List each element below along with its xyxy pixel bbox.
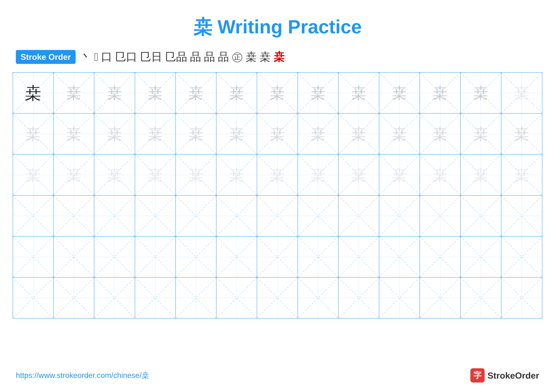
cell-3-6[interactable]: 桒 [216,155,257,195]
cell-2-7[interactable]: 桒 [257,114,298,154]
svg-line-120 [339,236,379,277]
svg-line-87 [176,196,216,236]
cell-6-10[interactable] [379,278,420,318]
cell-2-6[interactable]: 桒 [216,114,257,154]
cell-1-6[interactable]: 桒 [216,73,257,113]
svg-line-146 [339,278,379,318]
cell-6-12[interactable] [461,278,501,318]
cell-2-8[interactable]: 桒 [298,114,339,154]
cell-5-10[interactable] [379,236,420,277]
svg-line-101 [461,196,501,236]
cell-3-11[interactable]: 桒 [420,155,460,195]
cell-4-8[interactable] [298,196,339,236]
svg-line-138 [176,278,216,318]
cell-4-10[interactable] [379,196,420,236]
grid-row-1: 桒 桒 桒 桒 桒 桒 桒 桒 [13,73,542,114]
cell-3-2[interactable]: 桒 [54,155,94,195]
cell-5-1[interactable] [13,236,54,277]
cell-1-7[interactable]: 桒 [257,73,298,113]
cell-4-7[interactable] [257,196,298,236]
cell-4-6[interactable] [216,196,257,236]
cell-6-9[interactable] [339,278,379,318]
svg-line-131 [13,278,53,318]
cell-2-9[interactable]: 桒 [339,114,379,154]
cell-1-9[interactable]: 桒 [339,73,379,113]
cell-1-4[interactable]: 桒 [135,73,176,113]
cell-5-5[interactable] [176,236,216,277]
cell-3-5[interactable]: 桒 [176,155,216,195]
svg-line-114 [216,236,257,277]
cell-6-11[interactable] [420,278,460,318]
cell-3-10[interactable]: 桒 [379,155,420,195]
grid-row-5 [13,236,542,278]
cell-5-6[interactable] [216,236,257,277]
cell-5-2[interactable] [54,236,94,277]
cell-1-12[interactable]: 桒 [461,73,501,113]
cell-6-2[interactable] [54,278,94,318]
svg-line-103 [501,196,542,236]
stroke-1: 丶 [80,50,91,64]
cell-4-9[interactable] [339,196,379,236]
cell-6-8[interactable] [298,278,339,318]
cell-1-5[interactable]: 桒 [176,73,216,113]
cell-4-4[interactable] [135,196,176,236]
cell-1-2[interactable]: 桒 [54,73,94,113]
cell-1-11[interactable]: 桒 [420,73,460,113]
cell-2-12[interactable]: 桒 [461,114,501,154]
cell-4-5[interactable] [176,196,216,236]
cell-5-12[interactable] [461,236,501,277]
cell-1-10[interactable]: 桒 [379,73,420,113]
cell-4-12[interactable] [461,196,501,236]
cell-3-9[interactable]: 桒 [339,155,379,195]
cell-2-4[interactable]: 桒 [135,114,176,154]
cell-4-2[interactable] [54,196,94,236]
cell-3-12[interactable]: 桒 [461,155,501,195]
svg-line-98 [420,196,460,236]
svg-line-80 [54,196,94,236]
cell-2-2[interactable]: 桒 [54,114,94,154]
cell-2-13[interactable]: 桒 [501,114,542,154]
cell-6-13[interactable] [501,278,542,318]
cell-5-3[interactable] [94,236,135,277]
cell-2-10[interactable]: 桒 [379,114,420,154]
cell-6-7[interactable] [257,278,298,318]
cell-6-5[interactable] [176,278,216,318]
cell-3-7[interactable]: 桒 [257,155,298,195]
cell-6-6[interactable] [216,278,257,318]
cell-5-7[interactable] [257,236,298,277]
cell-5-8[interactable] [298,236,339,277]
cell-2-5[interactable]: 桒 [176,114,216,154]
svg-line-141 [216,278,257,318]
svg-line-79 [13,196,53,236]
cell-1-1[interactable]: 桒 [13,73,54,113]
stroke-12: 桒 [260,50,271,64]
cell-4-1[interactable] [13,196,54,236]
cell-6-4[interactable] [135,278,176,318]
cell-5-13[interactable] [501,236,542,277]
cell-3-1[interactable]: 桒 [13,155,54,195]
cell-3-8[interactable]: 桒 [298,155,339,195]
cell-6-1[interactable] [13,278,54,318]
svg-line-88 [216,196,257,236]
cell-5-9[interactable] [339,236,379,277]
svg-line-145 [298,278,338,318]
cell-6-3[interactable] [94,278,135,318]
cell-2-3[interactable]: 桒 [94,114,135,154]
svg-line-108 [94,236,135,277]
cell-4-11[interactable] [420,196,460,236]
stroke-10: ㊣ [232,50,243,64]
cell-2-1[interactable]: 桒 [13,114,54,154]
cell-4-3[interactable] [94,196,135,236]
cell-5-11[interactable] [420,236,460,277]
cell-1-13[interactable]: 桒 [501,73,542,113]
cell-2-11[interactable]: 桒 [420,114,460,154]
cell-1-8[interactable]: 桒 [298,73,339,113]
cell-4-13[interactable] [501,196,542,236]
cell-5-4[interactable] [135,236,176,277]
cell-3-3[interactable]: 桒 [94,155,135,195]
svg-line-82 [94,196,135,236]
cell-3-4[interactable]: 桒 [135,155,176,195]
cell-1-3[interactable]: 桒 [94,73,135,113]
svg-line-94 [339,196,379,236]
cell-3-13[interactable]: 桒 [501,155,542,195]
